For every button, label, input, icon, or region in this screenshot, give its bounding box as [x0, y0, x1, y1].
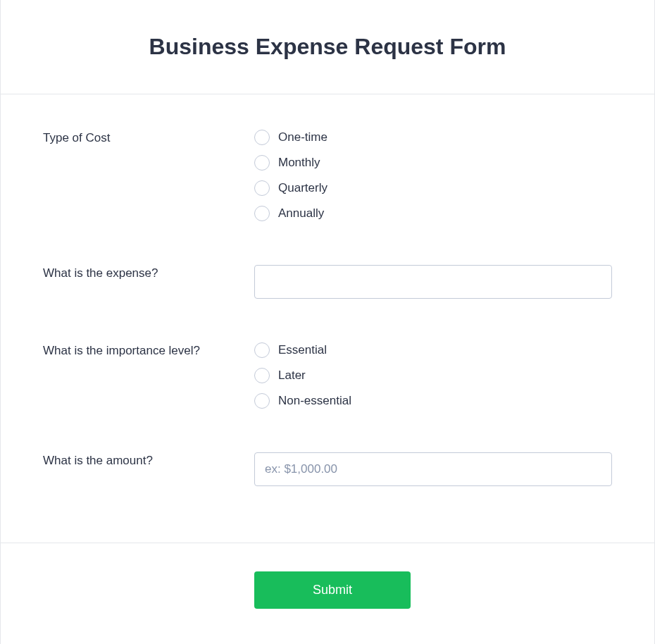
radio-label: Quarterly — [278, 181, 328, 195]
radio-icon — [254, 342, 270, 358]
radio-icon — [254, 206, 270, 221]
form-container: Business Expense Request Form Type of Co… — [0, 0, 655, 644]
radio-label: One-time — [278, 130, 328, 144]
cost-type-row: Type of Cost One-time Monthly Quarterly — [43, 130, 612, 221]
radio-label: Non-essential — [278, 394, 351, 408]
cost-type-label: Type of Cost — [43, 130, 254, 145]
expense-control — [254, 265, 612, 299]
form-body: Type of Cost One-time Monthly Quarterly — [1, 94, 654, 543]
amount-row: What is the amount? — [43, 452, 612, 486]
form-footer: Submit — [1, 543, 654, 644]
cost-type-option-monthly[interactable]: Monthly — [254, 155, 612, 171]
form-header: Business Expense Request Form — [1, 0, 654, 94]
importance-radio-group: Essential Later Non-essential — [254, 342, 612, 409]
cost-type-option-quarterly[interactable]: Quarterly — [254, 180, 612, 196]
importance-label: What is the importance level? — [43, 342, 254, 358]
amount-input[interactable] — [254, 452, 612, 486]
radio-label: Essential — [278, 343, 327, 357]
importance-row: What is the importance level? Essential … — [43, 342, 612, 409]
radio-icon — [254, 155, 270, 171]
cost-type-control: One-time Monthly Quarterly Annually — [254, 130, 612, 221]
amount-control — [254, 452, 612, 486]
form-title: Business Expense Request Form — [29, 34, 626, 60]
submit-button[interactable]: Submit — [254, 571, 411, 609]
radio-label: Annually — [278, 206, 324, 221]
expense-label: What is the expense? — [43, 265, 254, 280]
radio-icon — [254, 393, 270, 409]
expense-row: What is the expense? — [43, 265, 612, 299]
importance-option-nonessential[interactable]: Non-essential — [254, 393, 612, 409]
radio-label: Later — [278, 369, 306, 383]
radio-icon — [254, 368, 270, 383]
cost-type-option-onetime[interactable]: One-time — [254, 130, 612, 145]
expense-input[interactable] — [254, 265, 612, 299]
radio-icon — [254, 180, 270, 196]
importance-option-essential[interactable]: Essential — [254, 342, 612, 358]
amount-label: What is the amount? — [43, 452, 254, 468]
cost-type-radio-group: One-time Monthly Quarterly Annually — [254, 130, 612, 221]
radio-label: Monthly — [278, 156, 320, 170]
radio-icon — [254, 130, 270, 145]
importance-option-later[interactable]: Later — [254, 368, 612, 383]
cost-type-option-annually[interactable]: Annually — [254, 206, 612, 221]
importance-control: Essential Later Non-essential — [254, 342, 612, 409]
